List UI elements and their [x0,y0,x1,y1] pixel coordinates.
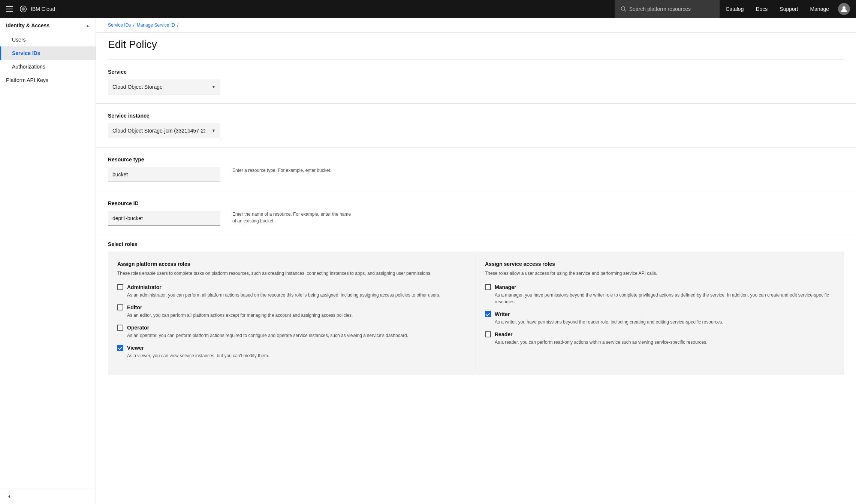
operator-desc: As an operator, you can perform platform… [127,332,467,339]
main-content: Service IDs / Manage Service ID / Edit P… [96,18,856,504]
top-navigation: IBM Cloud Catalog Docs Support Manage [0,0,856,18]
search-bar[interactable] [615,0,720,18]
service-instance-select-wrapper: Cloud Object Storage-jcm (3321b457-23ee-… [108,123,220,138]
service-roles-title: Assign service access roles [485,261,835,267]
sidebar-item-authorizations[interactable]: Authorizations [0,60,96,73]
support-link[interactable]: Support [774,0,804,18]
select-roles-label: Select roles [108,235,844,252]
breadcrumb-manage-service-id[interactable]: Manage Service ID [137,22,175,28]
chevron-up-icon: ▲ [86,24,90,28]
administrator-desc: As an administrator, you can perform all… [127,292,467,298]
role-manager-header: Manager [485,284,835,290]
administrator-checkbox[interactable] [117,284,123,290]
reader-checkbox[interactable] [485,331,491,337]
role-reader-header: Reader [485,331,835,337]
resource-type-section: Resource type Enter a resource type. For… [96,148,856,191]
role-administrator-header: Administrator [117,284,467,290]
role-editor: Editor As an editor, you can perform all… [117,304,467,319]
breadcrumb: Service IDs / Manage Service ID / [96,18,856,33]
select-roles-section: Select roles Assign platform access role… [108,235,844,386]
sidebar-collapse-button[interactable] [0,489,96,504]
manager-desc: As a manager, you have permissions beyon… [495,292,835,305]
role-viewer-header: Viewer [117,345,467,351]
sidebar-item-service-ids[interactable]: Service IDs [0,46,96,60]
role-writer: Writer As a writer, you have permissions… [485,311,835,325]
brand-logo: IBM Cloud [19,4,55,13]
breadcrumb-service-ids[interactable]: Service IDs [108,22,131,28]
page-title: Edit Policy [108,39,157,51]
role-operator-header: Operator [117,325,467,331]
viewer-checkbox[interactable] [117,345,123,351]
user-avatar[interactable] [838,3,850,15]
service-label: Service [108,69,844,75]
administrator-name: Administrator [127,284,162,290]
editor-checkbox[interactable] [117,304,123,310]
search-icon [621,6,626,12]
service-select[interactable]: Cloud Object Storage [108,79,220,94]
sidebar-item-platform-api-keys[interactable]: Platform API Keys [0,73,96,87]
resource-type-input[interactable] [108,167,220,182]
role-editor-header: Editor [117,304,467,310]
nav-links: Catalog Docs Support Manage [720,0,835,18]
reader-desc: As a reader, you can perform read-only a… [495,339,835,346]
hamburger-menu[interactable] [6,6,13,12]
platform-roles-desc: These roles enable users to complete tas… [117,270,467,277]
resource-id-input[interactable] [108,211,220,226]
viewer-name: Viewer [127,345,144,351]
role-reader: Reader As a reader, you can perform read… [485,331,835,346]
editor-desc: As an editor, you can perform all platfo… [127,312,467,319]
brand-name: IBM Cloud [31,6,55,12]
service-roles-column: Assign service access roles These roles … [476,252,844,374]
platform-roles-title: Assign platform access roles [117,261,467,267]
writer-checkbox[interactable] [485,311,491,317]
resource-type-row: Enter a resource type. For example, ente… [108,167,844,182]
editor-name: Editor [127,304,142,310]
resource-id-section: Resource ID Enter the name of a resource… [96,191,856,235]
role-writer-header: Writer [485,311,835,317]
sidebar: Identity & Access ▲ Users Service IDs Au… [0,18,96,504]
sidebar-section-identity-access[interactable]: Identity & Access ▲ [0,18,96,33]
operator-name: Operator [127,325,149,331]
resource-type-label: Resource type [108,157,844,163]
catalog-link[interactable]: Catalog [720,0,750,18]
operator-checkbox[interactable] [117,325,123,331]
role-administrator: Administrator As an administrator, you c… [117,284,467,298]
breadcrumb-sep-1: / [133,22,134,28]
service-section: Service Cloud Object Storage ▼ [96,60,856,104]
writer-name: Writer [495,311,510,317]
roles-grid: Assign platform access roles These roles… [108,252,844,374]
page-title-area: Edit Policy [96,33,856,60]
viewer-desc: As a viewer, you can view service instan… [127,352,467,359]
resource-id-row: Enter the name of a resource. For exampl… [108,211,844,226]
service-roles-desc: These roles allow a user access for usin… [485,270,835,277]
svg-point-1 [843,6,846,9]
sidebar-item-users[interactable]: Users [0,33,96,46]
manager-name: Manager [495,284,516,290]
service-instance-section: Service instance Cloud Object Storage-jc… [96,104,856,148]
writer-desc: As a writer, you have permissions beyond… [495,319,835,325]
docs-link[interactable]: Docs [750,0,774,18]
role-operator: Operator As an operator, you can perform… [117,325,467,339]
reader-name: Reader [495,331,512,337]
resource-id-hint: Enter the name of a resource. For exampl… [232,211,352,224]
sidebar-section-label: Identity & Access [6,22,49,28]
manager-checkbox[interactable] [485,284,491,290]
resource-type-hint: Enter a resource type. For example, ente… [232,167,331,174]
manage-link[interactable]: Manage [804,0,835,18]
resource-id-label: Resource ID [108,200,844,206]
chevron-left-icon [6,494,12,500]
service-instance-label: Service instance [108,113,844,119]
breadcrumb-sep-2: / [177,22,178,28]
service-instance-select[interactable]: Cloud Object Storage-jcm (3321b457-23ee-… [108,123,220,138]
role-manager: Manager As a manager, you have permissio… [485,284,835,305]
role-viewer: Viewer As a viewer, you can view service… [117,345,467,359]
service-select-wrapper: Cloud Object Storage ▼ [108,79,220,94]
ibm-cloud-icon [19,4,28,13]
platform-roles-column: Assign platform access roles These roles… [108,252,476,374]
svg-point-0 [22,7,25,11]
search-input[interactable] [629,6,714,12]
